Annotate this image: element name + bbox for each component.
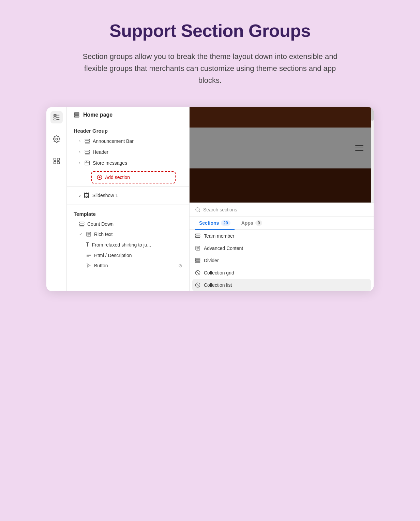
- svg-rect-13: [74, 116, 79, 117]
- item-label: Header: [93, 149, 108, 155]
- chevron-right-icon: ›: [79, 139, 80, 144]
- chevron-right-icon: ›: [79, 161, 80, 165]
- search-row: Search sections: [190, 203, 374, 217]
- svg-rect-26: [79, 222, 84, 223]
- item-label: From relaxed shirting to ju...: [92, 242, 151, 248]
- list-item[interactable]: › Store messages: [67, 158, 189, 168]
- tabs-row: Sections 20 Apps 0: [190, 217, 374, 230]
- list-item[interactable]: › 🖼 Slideshow 1: [67, 189, 189, 203]
- sidebar-item-blocks[interactable]: [50, 155, 63, 167]
- svg-rect-20: [85, 161, 89, 165]
- svg-rect-7: [54, 158, 56, 160]
- edit-icon[interactable]: ⊘: [178, 263, 182, 268]
- search-placeholder[interactable]: Search sections: [203, 207, 237, 212]
- list-item[interactable]: Advanced Content: [190, 242, 374, 254]
- store-messages-icon: [85, 160, 90, 166]
- chevron-down-icon: ✓: [79, 232, 82, 237]
- item-label: Team member: [204, 233, 234, 239]
- page-name-label: Home page: [83, 112, 112, 118]
- svg-rect-12: [74, 114, 79, 115]
- svg-rect-19: [85, 153, 89, 154]
- text-icon: T: [86, 242, 89, 248]
- list-item[interactable]: Html / Description: [67, 250, 189, 260]
- advanced-content-icon: [195, 245, 200, 251]
- tab-apps-count: 0: [255, 220, 262, 226]
- panel-header: Home page: [67, 107, 189, 123]
- collection-list-icon: [195, 282, 200, 288]
- svg-rect-9: [54, 161, 56, 163]
- svg-rect-11: [74, 113, 79, 114]
- svg-rect-27: [79, 224, 84, 225]
- item-label: Store messages: [93, 160, 127, 166]
- tab-sections-count: 20: [221, 220, 230, 226]
- svg-rect-2: [54, 119, 56, 120]
- page-description: Section groups allow you to break the th…: [77, 50, 343, 87]
- preview-hero-dark: [190, 168, 374, 203]
- item-label: Announcement Bar: [93, 138, 134, 144]
- svg-rect-15: [85, 141, 89, 142]
- list-item[interactable]: › Header: [67, 147, 189, 158]
- sections-panel: Search sections Sections 20 Apps 0: [190, 203, 374, 291]
- list-item[interactable]: Collection list: [192, 279, 371, 291]
- tab-apps[interactable]: Apps 0: [237, 217, 267, 230]
- header-group-label: Header Group: [67, 123, 189, 136]
- svg-rect-38: [195, 236, 200, 237]
- add-section-button[interactable]: Add section: [91, 171, 176, 183]
- item-label: Divider: [204, 258, 219, 263]
- list-item[interactable]: T From relaxed shirting to ju...: [67, 239, 189, 250]
- list-icon: [86, 253, 91, 258]
- cursor-icon: [86, 263, 91, 268]
- svg-rect-10: [57, 161, 59, 163]
- tab-sections-label: Sections: [199, 220, 219, 226]
- svg-rect-45: [195, 260, 200, 261]
- slideshow-thumbnail-icon: 🖼: [84, 192, 90, 199]
- svg-rect-37: [195, 234, 200, 235]
- divider: [67, 205, 189, 205]
- svg-rect-14: [85, 139, 89, 140]
- main-layout: Home page Header Group › Announcement Ba…: [46, 107, 374, 291]
- item-label: Html / Description: [94, 253, 132, 258]
- hamburger-menu-icon: [355, 145, 363, 151]
- svg-rect-16: [85, 143, 89, 143]
- sidebar-item-settings[interactable]: [50, 133, 63, 145]
- list-item[interactable]: Count Down: [67, 219, 189, 229]
- svg-point-6: [56, 138, 58, 140]
- ui-mockup: Home page Header Group › Announcement Ba…: [46, 107, 374, 291]
- sidebar-item-sections[interactable]: [50, 111, 63, 123]
- item-label: Button: [94, 263, 108, 268]
- right-panel: Search sections Sections 20 Apps 0: [190, 107, 374, 291]
- search-icon: [195, 207, 200, 212]
- list-item[interactable]: ✓ Rich text: [67, 229, 189, 239]
- list-item[interactable]: Team member: [190, 230, 374, 242]
- item-label: Slideshow 1: [92, 193, 118, 198]
- count-down-icon: [79, 221, 85, 227]
- sidebar-icons: [46, 107, 67, 291]
- svg-rect-8: [57, 158, 59, 160]
- list-item[interactable]: Divider: [190, 254, 374, 267]
- template-label: Template: [67, 207, 189, 219]
- svg-line-50: [196, 283, 199, 286]
- svg-rect-28: [79, 225, 84, 226]
- item-label: Collection grid: [204, 270, 234, 276]
- svg-rect-46: [195, 262, 200, 262]
- left-panel: Home page Header Group › Announcement Ba…: [67, 107, 190, 291]
- rich-text-icon: [86, 232, 91, 237]
- svg-line-48: [196, 271, 199, 274]
- add-section-container: Add section: [79, 171, 182, 183]
- list-item[interactable]: › Announcement Bar: [67, 136, 189, 147]
- page-title: Support Section Groups: [109, 20, 311, 41]
- item-label: Count Down: [87, 221, 114, 227]
- chevron-right-icon: ›: [79, 150, 80, 154]
- list-item[interactable]: Button ⊘: [67, 260, 189, 271]
- preview-header-dark: [190, 107, 374, 128]
- scroll-thumb[interactable]: [371, 107, 374, 121]
- tab-sections[interactable]: Sections 20: [195, 217, 235, 230]
- divider: [67, 186, 189, 187]
- left-panel-inner: Header Group › Announcement Bar ›: [67, 123, 189, 271]
- scroll-track[interactable]: [371, 107, 374, 203]
- divider-icon: [195, 258, 200, 263]
- svg-rect-17: [85, 150, 89, 151]
- collection-grid-icon: [195, 270, 200, 276]
- list-item[interactable]: Collection grid: [190, 267, 374, 279]
- plus-circle-icon: [97, 175, 102, 180]
